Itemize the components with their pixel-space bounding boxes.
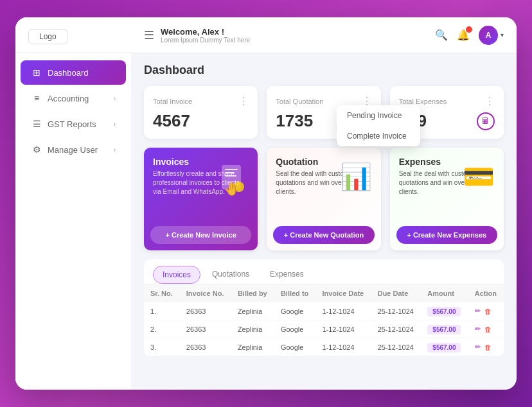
cell-billed-to: Google (274, 302, 316, 320)
dropdown-item-pending[interactable]: Pending Invoice (337, 105, 420, 126)
create-invoice-button[interactable]: + Create New Invoice (150, 226, 251, 244)
cell-action: ✏ 🗑 (468, 320, 504, 338)
chevron-right-icon: › (114, 121, 116, 128)
sidebar-item-label: Accounting (48, 94, 89, 103)
sidebar-item-accounting[interactable]: ≡ Accounting › (21, 86, 126, 110)
col-invoice-no: Invoice No. (180, 284, 231, 302)
logo: Logo (28, 29, 67, 44)
cell-invoice-no: 26363 (180, 320, 231, 338)
table-section: Invoices Quotations Expenses Sr. No. Inv… (144, 259, 504, 356)
search-icon[interactable]: 🔍 (435, 29, 448, 41)
cell-invoice-date: 1-12-1024 (315, 320, 371, 338)
svg-rect-1 (225, 169, 238, 170)
stat-menu-icon[interactable]: ⋮ (484, 95, 495, 107)
stat-cards: Total Invoice ⋮ 4567 Total Quotation ⋮ 1… (144, 86, 504, 139)
table-row: 2. 26363 Zeplinia Google 1-12-1024 25-12… (144, 320, 504, 338)
header-right: 🔍 🔔 A ▾ (435, 26, 504, 45)
table-row: 3. 26363 Zeplinia Google 1-12-1024 25-12… (144, 338, 504, 356)
feature-card-expenses: Expenses Seal the deal with customised q… (390, 148, 504, 250)
delete-icon[interactable]: 🗑 (484, 307, 492, 315)
edit-icon[interactable]: ✏ (475, 343, 481, 351)
cell-due-date: 25-12-1024 (371, 302, 421, 320)
accounting-icon: ≡ (31, 92, 42, 104)
sidebar-item-gst-reports[interactable]: ☰ GST Reports › (21, 112, 126, 136)
cell-amount: $567.00 (421, 302, 468, 320)
sidebar-item-label: Dashboard (48, 68, 89, 78)
page-title: Dashboard (144, 64, 504, 77)
manage-user-icon: ⚙ (31, 144, 42, 155)
delete-icon[interactable]: 🗑 (484, 325, 492, 333)
col-action: Action (468, 284, 504, 302)
notification-icon[interactable]: 🔔 (457, 29, 470, 41)
col-billed-to: Billed to (274, 284, 316, 302)
welcome-sub: Lorem Ipsum Dummy Text here (161, 37, 250, 44)
chevron-down-icon: ▾ (501, 31, 504, 39)
cell-sr: 3. (144, 338, 180, 356)
cell-billed-by: Zeplinia (231, 302, 274, 320)
dropdown-item-complete[interactable]: Complete Invoice (337, 126, 420, 146)
cell-billed-to: Google (274, 338, 316, 356)
invoices-illustration: 🤚 (209, 157, 254, 202)
cell-billed-by: Zeplinia (231, 338, 274, 356)
cell-action: ✏ 🗑 (468, 302, 504, 320)
create-expenses-button[interactable]: + Create New Expenses (396, 226, 497, 244)
tab-invoices[interactable]: Invoices (153, 266, 200, 284)
stat-label-invoice: Total Invoice ⋮ (153, 95, 249, 107)
feature-card-quotation: Quotation Seal the deal with customised … (267, 148, 380, 250)
hamburger-icon[interactable]: ☰ (144, 28, 154, 42)
invoice-table: Sr. No. Invoice No. Billed by Billed to … (144, 284, 504, 356)
avatar: A (479, 26, 498, 45)
tab-expenses[interactable]: Expenses (261, 266, 313, 284)
sidebar-item-manage-user[interactable]: ⚙ Manage User › (21, 137, 126, 162)
create-quotation-button[interactable]: + Create New Quotation (273, 226, 374, 244)
col-amount: Amount (421, 284, 468, 302)
welcome-text: Welcome, Alex ! Lorem Ipsum Dummy Text h… (161, 27, 250, 44)
cell-amount: $567.00 (421, 338, 468, 356)
main-area: ☰ Welcome, Alex ! Lorem Ipsum Dummy Text… (131, 17, 517, 390)
sidebar-nav: ⊞ Dashboard ≡ Accounting › ☰ GST Reports… (15, 53, 131, 169)
tab-quotations[interactable]: Quotations (203, 266, 258, 284)
cell-amount: $567.00 (421, 320, 468, 338)
col-billed-by: Billed by (231, 284, 274, 302)
edit-icon[interactable]: ✏ (475, 307, 481, 315)
content: Dashboard Total Invoice ⋮ 4567 Total Quo… (131, 53, 517, 390)
header: ☰ Welcome, Alex ! Lorem Ipsum Dummy Text… (131, 17, 517, 53)
stat-value-invoice: 4567 (153, 111, 249, 131)
cell-due-date: 25-12-1024 (371, 320, 421, 338)
edit-icon[interactable]: ✏ (475, 325, 481, 333)
table-row: 1. 26363 Zeplinia Google 1-12-1024 25-12… (144, 302, 504, 320)
sidebar-item-label: Manage User (48, 145, 98, 155)
delete-icon[interactable]: 🗑 (484, 343, 492, 351)
cell-sr: 2. (144, 320, 180, 338)
header-left: ☰ Welcome, Alex ! Lorem Ipsum Dummy Text… (144, 27, 250, 44)
welcome-name: Welcome, Alex ! (161, 27, 250, 37)
svg-rect-2 (225, 172, 235, 173)
svg-text:🤚: 🤚 (224, 181, 240, 196)
stat-card-invoice: Total Invoice ⋮ 4567 (144, 86, 258, 139)
quotation-illustration: 📊 (333, 154, 378, 199)
dashboard-icon: ⊞ (31, 67, 42, 78)
cell-billed-to: Google (274, 320, 316, 338)
notification-badge (466, 26, 472, 33)
cell-billed-by: Zeplinia (231, 320, 274, 338)
cell-invoice-no: 26363 (180, 302, 231, 320)
stat-value-quotation: 1735 (276, 111, 313, 131)
cell-invoice-date: 1-12-1024 (315, 302, 371, 320)
expenses-stat-icon: 🖩 (477, 112, 495, 130)
cell-invoice-no: 26363 (180, 338, 231, 356)
col-sr: Sr. No. (144, 284, 180, 302)
expenses-illustration: 💳 (456, 154, 501, 199)
cell-action: ✏ 🗑 (468, 338, 504, 356)
col-invoice-date: Invoice Date (315, 284, 371, 302)
stat-menu-icon[interactable]: ⋮ (238, 95, 249, 107)
chevron-right-icon: › (114, 146, 116, 153)
chevron-right-icon: › (114, 95, 116, 102)
feature-cards: Invoices Effortlessly create and share p… (144, 148, 504, 250)
table-tabs: Invoices Quotations Expenses (144, 259, 504, 284)
sidebar: Logo ⊞ Dashboard ≡ Accounting › ☰ GST Re… (15, 17, 131, 390)
avatar-wrapper[interactable]: A ▾ (479, 26, 504, 45)
cell-sr: 1. (144, 302, 180, 320)
sidebar-item-dashboard[interactable]: ⊞ Dashboard (21, 60, 126, 85)
dropdown-menu: Pending Invoice Complete Invoice (337, 105, 420, 146)
sidebar-item-label: GST Reports (48, 119, 96, 129)
